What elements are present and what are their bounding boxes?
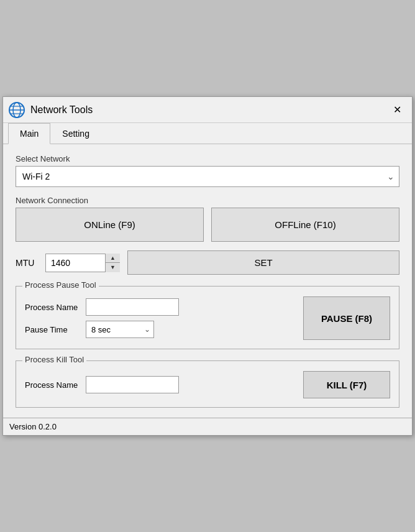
kill-button[interactable]: KILL (F7) <box>303 371 390 398</box>
mtu-set-button[interactable]: SET <box>127 250 399 275</box>
globe-icon <box>8 101 25 119</box>
main-content: Select Network Wi-Fi 2 ⌄ Network Connect… <box>3 144 412 418</box>
process-pause-tool-title: Process Pause Tool <box>22 280 99 290</box>
tab-bar: Main Setting <box>3 123 412 144</box>
close-button[interactable]: ✕ <box>387 100 407 120</box>
mtu-input-container: ▲ ▼ <box>45 254 120 272</box>
pause-time-dropdown[interactable]: 2 sec 4 sec 6 sec 8 sec 10 sec 15 sec 30… <box>86 321 154 338</box>
window-title: Network Tools <box>30 104 387 116</box>
pause-time-dropdown-container: 2 sec 4 sec 6 sec 8 sec 10 sec 15 sec 30… <box>86 321 154 338</box>
kill-process-name-input[interactable] <box>86 376 179 393</box>
network-connection-section: Network Connection ONLine (F9) OFFLine (… <box>16 196 399 242</box>
select-network-label: Select Network <box>16 154 399 163</box>
offline-button[interactable]: OFFLine (F10) <box>211 208 399 242</box>
pause-time-label: Pause Time <box>25 325 81 334</box>
process-pause-content: Process Name Pause Time 2 sec 4 sec 6 se… <box>25 296 390 340</box>
main-window: Network Tools ✕ Main Setting Select Netw… <box>2 96 413 436</box>
mtu-increment-button[interactable]: ▲ <box>106 254 120 264</box>
network-dropdown[interactable]: Wi-Fi 2 <box>16 166 399 187</box>
network-connection-label: Network Connection <box>16 196 399 205</box>
pause-form-fields: Process Name Pause Time 2 sec 4 sec 6 se… <box>25 298 296 338</box>
pause-button[interactable]: PAUSE (F8) <box>303 296 390 340</box>
pause-process-name-input[interactable] <box>86 298 179 316</box>
mtu-section: MTU ▲ ▼ SET <box>16 250 399 275</box>
select-network-section: Select Network Wi-Fi 2 ⌄ <box>16 154 399 187</box>
kill-process-name-label: Process Name <box>25 380 81 390</box>
connection-buttons: ONLine (F9) OFFLine (F10) <box>16 208 399 242</box>
process-pause-tool-section: Process Pause Tool Process Name Pause Ti… <box>16 286 399 349</box>
process-kill-tool-section: Process Kill Tool Process Name KILL (F7) <box>16 360 399 408</box>
process-kill-content: Process Name KILL (F7) <box>25 371 390 398</box>
tab-setting[interactable]: Setting <box>50 123 101 144</box>
kill-process-name-field: Process Name <box>25 376 296 393</box>
tab-main[interactable]: Main <box>8 123 50 144</box>
status-bar: Version 0.2.0 <box>3 418 412 435</box>
mtu-row: MTU ▲ ▼ SET <box>16 250 399 275</box>
network-dropdown-container: Wi-Fi 2 ⌄ <box>16 166 399 187</box>
version-label: Version 0.2.0 <box>9 422 57 431</box>
mtu-decrement-button[interactable]: ▼ <box>106 263 120 272</box>
title-bar: Network Tools ✕ <box>3 97 412 123</box>
pause-time-field: Pause Time 2 sec 4 sec 6 sec 8 sec 10 se… <box>25 321 296 338</box>
mtu-spinner: ▲ ▼ <box>105 254 120 272</box>
process-kill-tool-title: Process Kill Tool <box>22 355 86 364</box>
pause-process-name-label: Process Name <box>25 303 81 312</box>
pause-process-name-field: Process Name <box>25 298 296 316</box>
mtu-label: MTU <box>16 258 38 268</box>
online-button[interactable]: ONLine (F9) <box>16 208 204 242</box>
kill-form-fields: Process Name <box>25 376 296 393</box>
